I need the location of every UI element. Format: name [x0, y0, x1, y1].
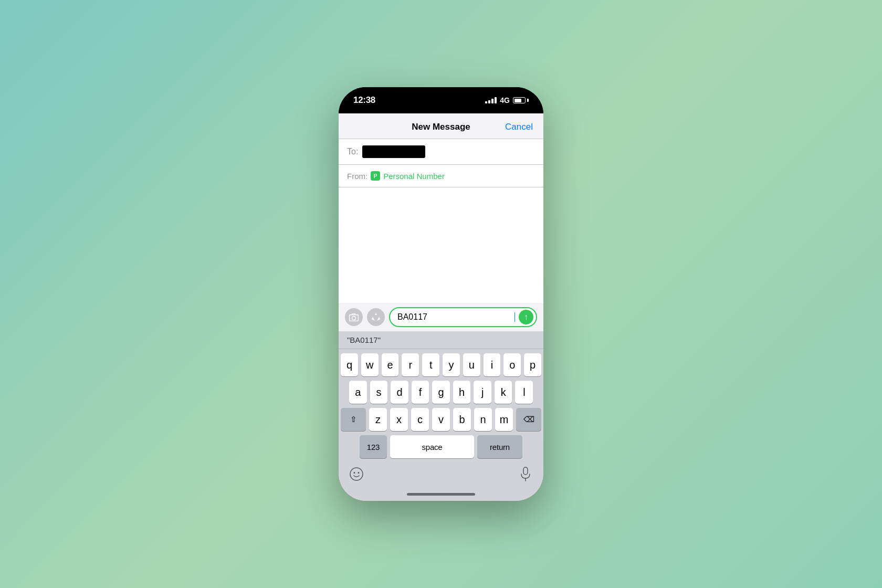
- key-n[interactable]: n: [474, 408, 492, 431]
- home-indicator: [339, 490, 543, 501]
- key-g[interactable]: g: [432, 381, 450, 404]
- key-u[interactable]: u: [463, 353, 480, 376]
- phone-frame: 12:38 4G New Message Cancel: [339, 87, 543, 501]
- shift-key[interactable]: ⇧: [341, 408, 366, 431]
- key-q[interactable]: q: [341, 353, 358, 376]
- input-text-value: BA0117: [397, 312, 514, 322]
- key-h[interactable]: h: [453, 381, 471, 404]
- keyboard-bottom-bar: [341, 463, 541, 488]
- from-field[interactable]: From: P Personal Number: [339, 165, 543, 187]
- key-f[interactable]: f: [412, 381, 429, 404]
- network-type: 4G: [500, 96, 510, 104]
- to-field[interactable]: To:: [339, 139, 543, 165]
- from-label: From:: [347, 172, 368, 181]
- key-p[interactable]: p: [524, 353, 541, 376]
- autocomplete-suggestion[interactable]: "BA0117": [347, 335, 381, 344]
- send-button[interactable]: ↑: [519, 310, 533, 324]
- key-m[interactable]: m: [495, 408, 513, 431]
- key-a[interactable]: a: [349, 381, 367, 404]
- keyboard-row-4: 123 space return: [341, 435, 541, 458]
- personal-number-icon: P: [371, 171, 380, 181]
- key-o[interactable]: o: [503, 353, 521, 376]
- key-w[interactable]: w: [361, 353, 379, 376]
- keyboard: q w e r t y u i o p a s d f g h j k: [339, 349, 543, 490]
- key-e[interactable]: e: [382, 353, 399, 376]
- to-value-redacted: [362, 145, 425, 158]
- dictation-button[interactable]: [516, 465, 535, 484]
- key-l[interactable]: l: [515, 381, 533, 404]
- emoji-button[interactable]: [347, 465, 366, 484]
- from-value: Personal Number: [383, 172, 445, 181]
- space-key[interactable]: space: [390, 435, 474, 458]
- status-bar: 12:38 4G: [339, 87, 543, 113]
- message-header: New Message Cancel: [339, 113, 543, 139]
- key-v[interactable]: v: [432, 408, 450, 431]
- key-i[interactable]: i: [484, 353, 501, 376]
- svg-point-4: [358, 472, 360, 474]
- to-label: To:: [347, 147, 358, 156]
- home-bar: [407, 493, 475, 496]
- svg-point-3: [354, 472, 355, 474]
- header-title: New Message: [412, 122, 470, 132]
- keyboard-row-2: a s d f g h j k l: [341, 381, 541, 404]
- numbers-key[interactable]: 123: [360, 435, 387, 458]
- battery-icon: [513, 97, 529, 103]
- input-bar: BA0117 ↑: [339, 303, 543, 331]
- signal-icon: [485, 97, 497, 103]
- text-cursor: [514, 312, 516, 322]
- message-input-field[interactable]: BA0117 ↑: [389, 307, 537, 327]
- svg-point-1: [352, 316, 356, 320]
- key-t[interactable]: t: [422, 353, 439, 376]
- key-r[interactable]: r: [402, 353, 419, 376]
- cancel-button[interactable]: Cancel: [505, 122, 533, 132]
- keyboard-row-1: q w e r t y u i o p: [341, 353, 541, 376]
- camera-button[interactable]: [345, 308, 363, 326]
- key-x[interactable]: x: [390, 408, 408, 431]
- key-z[interactable]: z: [369, 408, 387, 431]
- status-icons: 4G: [485, 96, 529, 104]
- svg-rect-5: [523, 467, 528, 475]
- key-y[interactable]: y: [443, 353, 460, 376]
- key-b[interactable]: b: [453, 408, 471, 431]
- key-s[interactable]: s: [370, 381, 388, 404]
- appstore-button[interactable]: [367, 308, 385, 326]
- key-d[interactable]: d: [391, 381, 408, 404]
- keyboard-row-3: ⇧ z x c v b n m ⌫: [341, 408, 541, 431]
- svg-point-2: [350, 468, 363, 480]
- autocomplete-bar[interactable]: "BA0117": [339, 331, 543, 349]
- phone-content: New Message Cancel To: From: P Personal …: [339, 113, 543, 501]
- key-c[interactable]: c: [411, 408, 429, 431]
- send-arrow-icon: ↑: [524, 313, 528, 321]
- return-key[interactable]: return: [477, 435, 522, 458]
- key-j[interactable]: j: [474, 381, 491, 404]
- message-body[interactable]: [339, 187, 543, 303]
- backspace-key[interactable]: ⌫: [516, 408, 541, 431]
- status-time: 12:38: [353, 95, 375, 106]
- key-k[interactable]: k: [495, 381, 512, 404]
